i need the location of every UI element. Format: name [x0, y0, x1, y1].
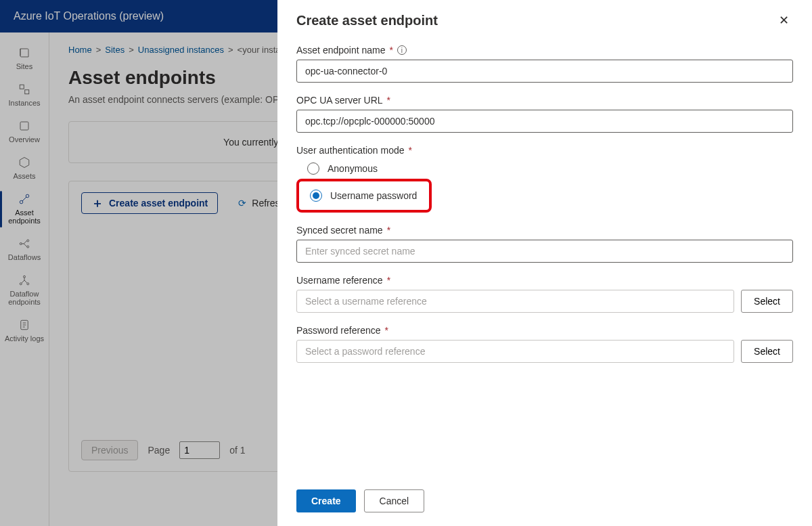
password-ref-label: Password reference [296, 325, 381, 336]
auth-mode-label: User authentication mode [296, 145, 405, 156]
close-panel-button[interactable]: ✕ [774, 11, 793, 30]
required-marker: * [387, 95, 390, 106]
create-endpoint-panel: Create asset endpoint ✕ Asset endpoint n… [277, 0, 812, 526]
required-marker: * [387, 225, 390, 236]
password-ref-input[interactable] [296, 340, 734, 363]
create-button[interactable]: Create [296, 489, 356, 512]
info-icon[interactable]: i [397, 45, 407, 55]
required-marker: * [385, 325, 388, 336]
panel-title: Create asset endpoint [296, 13, 438, 28]
server-url-label: OPC UA server URL [296, 95, 383, 106]
auth-radio-anonymous[interactable]: Anonymous [296, 160, 793, 177]
required-marker: * [390, 45, 393, 56]
endpoint-name-label: Asset endpoint name [296, 45, 386, 56]
secret-name-input[interactable] [296, 240, 793, 263]
callout-highlight: Username password [296, 179, 432, 213]
cancel-button[interactable]: Cancel [364, 489, 425, 512]
auth-anonymous-label: Anonymous [328, 163, 378, 174]
endpoint-name-input[interactable] [296, 60, 793, 83]
required-marker: * [387, 275, 390, 286]
auth-userpass-label: Username password [330, 190, 417, 201]
username-ref-select-button[interactable]: Select [741, 290, 793, 313]
password-ref-select-button[interactable]: Select [741, 340, 793, 363]
auth-radio-username-password[interactable]: Username password [303, 187, 422, 204]
secret-name-label: Synced secret name [296, 225, 383, 236]
radio-checked-icon [310, 190, 322, 202]
server-url-input[interactable] [296, 110, 793, 133]
close-icon: ✕ [779, 14, 789, 27]
required-marker: * [409, 145, 412, 156]
username-ref-label: Username reference [296, 275, 383, 286]
username-ref-input[interactable] [296, 290, 734, 313]
radio-unchecked-icon [307, 162, 319, 175]
